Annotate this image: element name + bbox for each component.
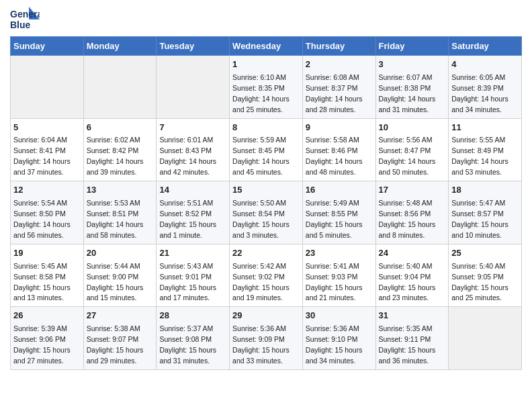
- logo: GeneralBlue: [10, 7, 40, 32]
- day-info: Sunrise: 5:59 AM Sunset: 8:45 PM Dayligh…: [232, 136, 290, 176]
- day-info: Sunrise: 5:50 AM Sunset: 8:54 PM Dayligh…: [232, 199, 290, 239]
- day-info: Sunrise: 5:40 AM Sunset: 9:05 PM Dayligh…: [451, 262, 508, 302]
- day-cell: 16Sunrise: 5:49 AM Sunset: 8:55 PM Dayli…: [302, 181, 375, 244]
- day-number: 10: [379, 122, 446, 134]
- day-cell: 26Sunrise: 5:39 AM Sunset: 9:06 PM Dayli…: [11, 307, 84, 370]
- day-number: 30: [306, 310, 373, 322]
- day-info: Sunrise: 5:40 AM Sunset: 9:04 PM Dayligh…: [379, 262, 436, 302]
- week-row-4: 19Sunrise: 5:45 AM Sunset: 8:58 PM Dayli…: [11, 244, 522, 307]
- day-number: 17: [379, 184, 446, 197]
- svg-text:General: General: [10, 9, 40, 19]
- day-cell: 17Sunrise: 5:48 AM Sunset: 8:56 PM Dayli…: [375, 181, 449, 244]
- day-info: Sunrise: 5:37 AM Sunset: 9:08 PM Dayligh…: [159, 324, 216, 365]
- day-number: 6: [87, 122, 154, 134]
- day-info: Sunrise: 5:47 AM Sunset: 8:57 PM Dayligh…: [451, 199, 508, 239]
- day-number: 18: [451, 184, 519, 197]
- day-cell: 31Sunrise: 5:35 AM Sunset: 9:11 PM Dayli…: [375, 307, 449, 370]
- day-info: Sunrise: 5:55 AM Sunset: 8:49 PM Dayligh…: [451, 136, 508, 176]
- day-number: 5: [13, 122, 81, 134]
- header-cell-tuesday: Tuesday: [157, 37, 230, 56]
- day-info: Sunrise: 5:38 AM Sunset: 9:07 PM Dayligh…: [87, 324, 144, 365]
- day-cell: 20Sunrise: 5:44 AM Sunset: 9:00 PM Dayli…: [83, 244, 157, 307]
- day-info: Sunrise: 5:54 AM Sunset: 8:50 PM Dayligh…: [13, 199, 71, 239]
- day-info: Sunrise: 5:35 AM Sunset: 9:11 PM Dayligh…: [379, 324, 436, 365]
- calendar-table: SundayMondayTuesdayWednesdayThursdayFrid…: [10, 36, 522, 370]
- day-cell: 22Sunrise: 5:42 AM Sunset: 9:02 PM Dayli…: [230, 244, 303, 307]
- day-number: 16: [306, 184, 373, 197]
- week-row-1: 1Sunrise: 6:10 AM Sunset: 8:35 PM Daylig…: [11, 56, 522, 119]
- day-number: 7: [159, 122, 226, 134]
- day-number: 8: [232, 122, 300, 134]
- day-cell: 2Sunrise: 6:08 AM Sunset: 8:37 PM Daylig…: [302, 56, 375, 119]
- day-cell: 19Sunrise: 5:45 AM Sunset: 8:58 PM Dayli…: [11, 244, 84, 307]
- day-number: 15: [232, 184, 300, 197]
- day-cell: 13Sunrise: 5:53 AM Sunset: 8:51 PM Dayli…: [83, 181, 157, 244]
- day-cell: 23Sunrise: 5:41 AM Sunset: 9:03 PM Dayli…: [302, 244, 375, 307]
- day-number: 12: [13, 184, 81, 197]
- day-info: Sunrise: 6:01 AM Sunset: 8:43 PM Dayligh…: [159, 136, 216, 176]
- header-row: SundayMondayTuesdayWednesdayThursdayFrid…: [11, 37, 522, 56]
- day-cell: [83, 56, 157, 119]
- day-info: Sunrise: 5:49 AM Sunset: 8:55 PM Dayligh…: [306, 199, 363, 239]
- day-cell: 11Sunrise: 5:55 AM Sunset: 8:49 PM Dayli…: [449, 118, 522, 181]
- calendar-body: 1Sunrise: 6:10 AM Sunset: 8:35 PM Daylig…: [11, 56, 522, 370]
- day-info: Sunrise: 5:42 AM Sunset: 9:02 PM Dayligh…: [232, 262, 290, 302]
- day-cell: 24Sunrise: 5:40 AM Sunset: 9:04 PM Dayli…: [375, 244, 449, 307]
- day-cell: 3Sunrise: 6:07 AM Sunset: 8:38 PM Daylig…: [375, 56, 449, 119]
- day-number: 14: [159, 184, 226, 197]
- header-cell-saturday: Saturday: [449, 37, 522, 56]
- day-cell: 8Sunrise: 5:59 AM Sunset: 8:45 PM Daylig…: [230, 118, 303, 181]
- week-row-3: 12Sunrise: 5:54 AM Sunset: 8:50 PM Dayli…: [11, 181, 522, 244]
- day-number: 29: [232, 310, 300, 322]
- day-number: 1: [232, 58, 300, 71]
- day-cell: 27Sunrise: 5:38 AM Sunset: 9:07 PM Dayli…: [83, 307, 157, 370]
- day-info: Sunrise: 5:36 AM Sunset: 9:09 PM Dayligh…: [232, 324, 290, 365]
- day-number: 20: [87, 247, 154, 260]
- header-cell-wednesday: Wednesday: [230, 37, 303, 56]
- day-cell: 15Sunrise: 5:50 AM Sunset: 8:54 PM Dayli…: [230, 181, 303, 244]
- logo-svg: GeneralBlue: [10, 7, 40, 32]
- day-info: Sunrise: 5:39 AM Sunset: 9:06 PM Dayligh…: [13, 324, 71, 365]
- day-number: 23: [306, 247, 373, 260]
- svg-text:Blue: Blue: [10, 19, 31, 30]
- day-info: Sunrise: 5:58 AM Sunset: 8:46 PM Dayligh…: [306, 136, 363, 176]
- day-number: 9: [306, 122, 373, 134]
- day-number: 13: [87, 184, 154, 197]
- header-cell-monday: Monday: [83, 37, 157, 56]
- header-cell-thursday: Thursday: [302, 37, 375, 56]
- day-cell: 9Sunrise: 5:58 AM Sunset: 8:46 PM Daylig…: [302, 118, 375, 181]
- day-info: Sunrise: 6:10 AM Sunset: 8:35 PM Dayligh…: [232, 73, 290, 113]
- day-cell: 5Sunrise: 6:04 AM Sunset: 8:41 PM Daylig…: [11, 118, 84, 181]
- day-number: 22: [232, 247, 300, 260]
- day-number: 27: [87, 310, 154, 322]
- day-cell: 25Sunrise: 5:40 AM Sunset: 9:05 PM Dayli…: [449, 244, 522, 307]
- day-cell: 6Sunrise: 6:02 AM Sunset: 8:42 PM Daylig…: [83, 118, 157, 181]
- day-info: Sunrise: 5:56 AM Sunset: 8:47 PM Dayligh…: [379, 136, 436, 176]
- day-number: 26: [13, 310, 81, 322]
- day-number: 31: [379, 310, 446, 322]
- day-info: Sunrise: 6:05 AM Sunset: 8:39 PM Dayligh…: [451, 73, 508, 113]
- day-number: 11: [451, 122, 519, 134]
- day-info: Sunrise: 6:02 AM Sunset: 8:42 PM Dayligh…: [87, 136, 144, 176]
- day-info: Sunrise: 5:45 AM Sunset: 8:58 PM Dayligh…: [13, 262, 71, 302]
- day-info: Sunrise: 5:44 AM Sunset: 9:00 PM Dayligh…: [87, 262, 144, 302]
- day-info: Sunrise: 6:07 AM Sunset: 8:38 PM Dayligh…: [379, 73, 436, 113]
- day-cell: 7Sunrise: 6:01 AM Sunset: 8:43 PM Daylig…: [157, 118, 230, 181]
- day-number: 24: [379, 247, 446, 260]
- day-cell: [11, 56, 84, 119]
- day-number: 28: [159, 310, 226, 322]
- day-number: 25: [451, 247, 519, 260]
- day-info: Sunrise: 5:53 AM Sunset: 8:51 PM Dayligh…: [87, 199, 144, 239]
- day-number: 19: [13, 247, 81, 260]
- day-cell: 10Sunrise: 5:56 AM Sunset: 8:47 PM Dayli…: [375, 118, 449, 181]
- day-number: 2: [306, 58, 373, 71]
- week-row-2: 5Sunrise: 6:04 AM Sunset: 8:41 PM Daylig…: [11, 118, 522, 181]
- calendar-header: SundayMondayTuesdayWednesdayThursdayFrid…: [11, 37, 522, 56]
- day-cell: 1Sunrise: 6:10 AM Sunset: 8:35 PM Daylig…: [230, 56, 303, 119]
- day-info: Sunrise: 5:41 AM Sunset: 9:03 PM Dayligh…: [306, 262, 363, 302]
- day-cell: [449, 307, 522, 370]
- header-cell-sunday: Sunday: [11, 37, 84, 56]
- day-cell: 14Sunrise: 5:51 AM Sunset: 8:52 PM Dayli…: [157, 181, 230, 244]
- day-info: Sunrise: 5:48 AM Sunset: 8:56 PM Dayligh…: [379, 199, 436, 239]
- day-cell: 4Sunrise: 6:05 AM Sunset: 8:39 PM Daylig…: [449, 56, 522, 119]
